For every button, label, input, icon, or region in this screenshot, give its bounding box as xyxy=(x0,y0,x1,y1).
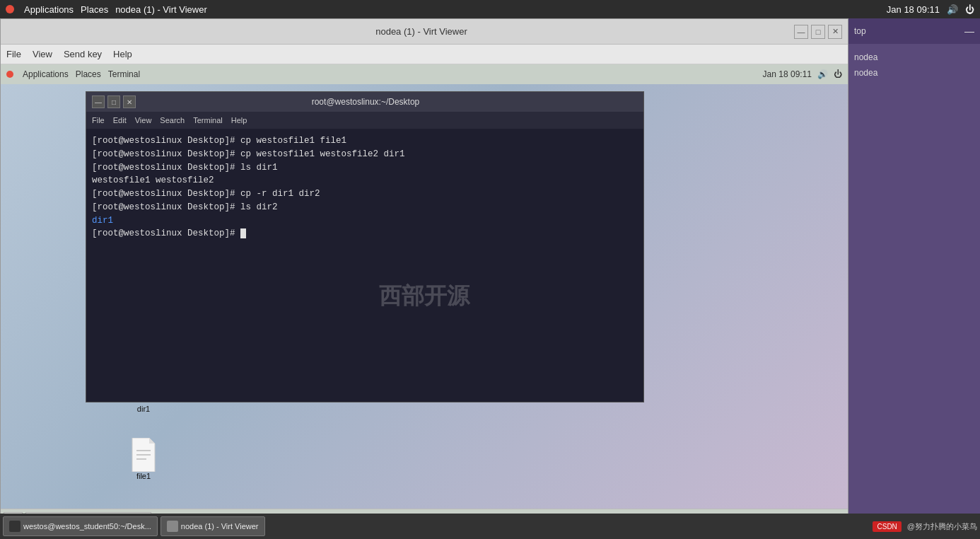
csdn-badge[interactable]: CSDN xyxy=(873,521,901,532)
virt-titlebar: nodea (1) - Virt Viewer — □ ✕ xyxy=(1,19,848,45)
virt-menubar: File View Send key Help xyxy=(1,45,848,64)
terminal-line-7: dir1 xyxy=(92,214,638,228)
os-taskbar-right: CSDN @努力扑腾的小菜鸟 xyxy=(873,521,977,532)
vm-terminal-menu[interactable]: Terminal xyxy=(108,69,140,79)
virt-menu-view[interactable]: View xyxy=(33,49,52,59)
terminal-line-1: [root@westoslinux Desktop]# cp westosfil… xyxy=(92,134,638,148)
terminal-line-5: [root@westoslinux Desktop]# cp -r dir1 d… xyxy=(92,187,638,201)
desktop-icon-file1[interactable]: file1 xyxy=(115,438,172,480)
terminal-menu-edit[interactable]: Edit xyxy=(113,116,127,124)
os-applications[interactable]: Applications xyxy=(24,4,74,15)
right-sidebar: top — nodea nodea xyxy=(848,18,980,539)
terminal-menu-view[interactable]: View xyxy=(135,116,152,124)
virt-winbtns: — □ ✕ xyxy=(794,25,842,39)
os-window-title: nodea (1) - Virt Viewer xyxy=(115,4,207,15)
terminal-menubar: File Edit View Search Terminal Help xyxy=(86,112,643,129)
westos-task-icon xyxy=(9,521,21,532)
virt-viewer-window: nodea (1) - Virt Viewer — □ ✕ File View … xyxy=(0,18,848,532)
virt-minimize-btn[interactable]: — xyxy=(794,25,808,39)
os-task-westos[interactable]: westos@westos_student50:~/Desk... xyxy=(3,516,158,536)
sidebar-item-1: nodea xyxy=(854,65,974,81)
csdn-user: @努力扑腾的小菜鸟 xyxy=(907,521,977,532)
vm-datetime: Jan 18 09:11 xyxy=(763,69,812,79)
vm-desktop[interactable]: 西部开源 root dir2 xyxy=(1,84,848,509)
terminal-body[interactable]: [root@westoslinux Desktop]# cp westosfil… xyxy=(86,129,643,402)
sidebar-top: top — xyxy=(848,18,980,44)
terminal-close-btn[interactable]: ✕ xyxy=(123,95,136,108)
virt-close-btn[interactable]: ✕ xyxy=(828,25,842,39)
terminal-line-6: [root@westoslinux Desktop]# ls dir2 xyxy=(92,201,638,214)
os-task-virt-viewer[interactable]: nodea (1) - Virt Viewer xyxy=(161,516,265,536)
terminal-menu-terminal[interactable]: Terminal xyxy=(193,116,223,124)
os-datetime: Jan 18 09:11 xyxy=(887,4,940,15)
sidebar-items: nodea nodea xyxy=(848,44,980,86)
sidebar-minimize-btn[interactable]: — xyxy=(964,25,974,37)
terminal-line-3: [root@westoslinux Desktop]# ls dir1 xyxy=(92,161,638,175)
terminal-menu-file[interactable]: File xyxy=(92,116,105,124)
os-topbar-right: Jan 18 09:11 🔊 ⏻ xyxy=(887,4,974,15)
os-taskbar: westos@westos_student50:~/Desk... nodea … xyxy=(0,514,980,539)
os-topbar: Applications Places nodea (1) - Virt Vie… xyxy=(0,0,980,18)
virt-menu-sendkey[interactable]: Send key xyxy=(64,49,102,59)
virt-task-label: nodea (1) - Virt Viewer xyxy=(181,522,259,531)
terminal-maximize-btn[interactable]: □ xyxy=(107,95,120,108)
file-icon-file1 xyxy=(129,438,158,472)
terminal-line-4: westosfile1 westosfile2 xyxy=(92,174,638,187)
virt-task-icon xyxy=(167,521,178,532)
terminal-line-8: [root@westoslinux Desktop]# xyxy=(92,227,638,240)
vm-places[interactable]: Places xyxy=(76,69,101,79)
os-logo xyxy=(6,5,14,13)
virt-maximize-btn[interactable]: □ xyxy=(811,25,825,39)
virt-title: nodea (1) - Virt Viewer xyxy=(49,26,794,37)
vm-content: Applications Places Terminal Jan 18 09:1… xyxy=(1,64,848,531)
terminal-titlebar: — □ ✕ root@westoslinux:~/Desktop xyxy=(86,92,643,112)
sidebar-item-0: nodea xyxy=(854,50,974,65)
virt-menu-file[interactable]: File xyxy=(6,49,21,59)
westos-task-label: westos@westos_student50:~/Desk... xyxy=(23,522,151,531)
vm-topbar-left: Applications Places Terminal xyxy=(6,69,140,79)
file1-label: file1 xyxy=(136,472,151,480)
os-volume-icon[interactable]: 🔊 xyxy=(947,4,958,15)
terminal-menu-search[interactable]: Search xyxy=(160,116,185,124)
vm-volume-icon[interactable]: 🔊 xyxy=(817,69,828,79)
terminal-cursor xyxy=(240,228,246,238)
terminal-title: root@westoslinux:~/Desktop xyxy=(136,97,595,107)
vm-power-icon[interactable]: ⏻ xyxy=(834,69,842,79)
vm-applications[interactable]: Applications xyxy=(23,69,69,79)
os-power-icon[interactable]: ⏻ xyxy=(965,4,974,15)
virt-menu-help[interactable]: Help xyxy=(113,49,132,59)
terminal-winbtns: — □ ✕ xyxy=(92,95,136,108)
terminal-line-2: [root@westoslinux Desktop]# cp westosfil… xyxy=(92,148,638,161)
terminal-window[interactable]: — □ ✕ root@westoslinux:~/Desktop File Ed… xyxy=(86,91,644,402)
vm-topbar: Applications Places Terminal Jan 18 09:1… xyxy=(1,64,848,84)
terminal-minimize-btn[interactable]: — xyxy=(92,95,105,108)
os-topbar-left: Applications Places nodea (1) - Virt Vie… xyxy=(6,4,207,15)
dir1-label: dir1 xyxy=(137,405,150,413)
vm-logo xyxy=(6,71,13,78)
os-places[interactable]: Places xyxy=(81,4,108,15)
vm-topbar-right: Jan 18 09:11 🔊 ⏻ xyxy=(763,69,842,79)
sidebar-title: top xyxy=(854,26,866,36)
terminal-menu-help[interactable]: Help xyxy=(231,116,247,124)
